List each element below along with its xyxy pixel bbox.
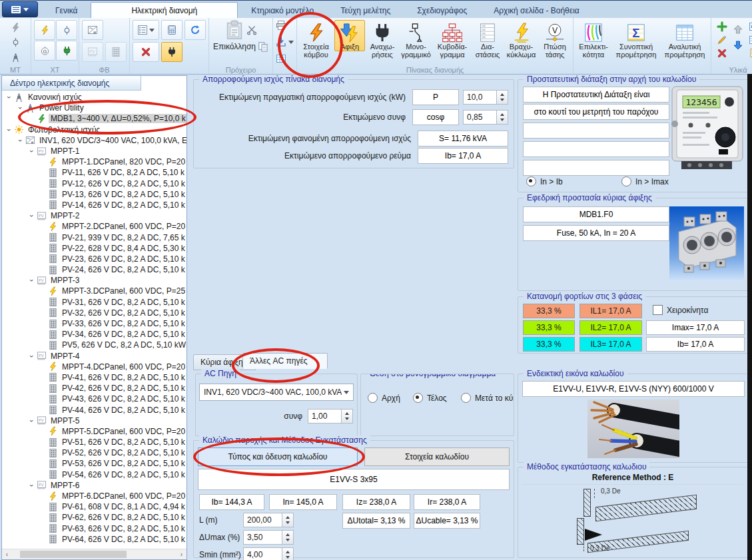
smin-spinner[interactable]: 4,00 — [243, 547, 294, 560]
tree-item[interactable]: › MPPT-5.DCPanel, 600 VDC, P=20 — [2, 426, 187, 437]
tree-expander-icon[interactable]: › — [27, 352, 37, 360]
checkbox-icon[interactable] — [653, 305, 663, 315]
manual-checkbox[interactable]: Χειροκίνητα — [653, 305, 708, 315]
green-plug-button[interactable] — [56, 41, 77, 61]
calculator-button[interactable] — [161, 20, 183, 40]
pv-panel-button[interactable] — [105, 42, 127, 62]
tree-item[interactable]: › PV-21, 939 V DC, 8,2 A DC, 7,65 k — [2, 232, 187, 242]
connect-plug-button[interactable] — [161, 42, 183, 62]
dumax-spinner[interactable]: 3,50 — [243, 530, 294, 545]
tree-item[interactable]: › MPPT-4 — [2, 351, 187, 362]
tree-panel-tab[interactable]: Δέντρο ηλεκτρικής διανομής — [2, 76, 141, 91]
tree-expander-icon[interactable]: › — [27, 212, 37, 220]
tree-item[interactable]: › PV-52, 626 V DC, 8,2 A DC, 5,10 k — [2, 447, 187, 458]
cosf-source-spinner[interactable]: 1,00 — [308, 409, 353, 423]
cable-type-routing-button[interactable]: Τύπος και όδευση καλωδίου — [198, 447, 358, 466]
tree-item[interactable]: › PV-33, 626 V DC, 8,2 A DC, 5,10 k — [2, 318, 187, 329]
radio-start[interactable]: Αρχή — [368, 393, 400, 403]
tree-item[interactable]: › PV-54, 626 V DC, 8,2 A DC, 5,10 k — [2, 469, 187, 480]
tree-item[interactable]: › PV-43, 626 V DC, 8,2 A DC, 5,10 k — [2, 394, 187, 404]
power-spinner[interactable]: 10,0 — [463, 90, 508, 105]
tree-item[interactable]: › PV-51, 626 V DC, 8,2 A DC, 5,10 k — [2, 437, 187, 447]
remove-icon[interactable] — [717, 48, 727, 59]
cut-scissors-icon[interactable] — [246, 25, 257, 35]
tree-item[interactable]: › PV-23, 626 V DC, 8,2 A DC, 5,10 k — [2, 254, 187, 264]
radio-icon[interactable] — [621, 176, 631, 186]
tree-item[interactable]: › MPPT-6 — [2, 480, 187, 491]
tab-other-ac-sources[interactable]: Άλλες AC πηγές — [242, 353, 328, 369]
cable-data-button[interactable]: Στοιχεία καλωδίου — [364, 447, 510, 466]
tree-item[interactable]: › Κανονική ισχύς — [2, 92, 187, 103]
lv-feeder-button[interactable] — [34, 20, 55, 40]
block-diagram-button[interactable]: Κυβοδία-γραμμα — [434, 20, 470, 59]
tree-item[interactable]: › MPPT-4.DCPanel, 600 VDC, P=20 — [2, 362, 187, 372]
tree-item[interactable]: › MPPT-1 — [2, 146, 187, 156]
tree-item[interactable]: › MPPT-2.DCPanel, 600 VDC, P=20 — [2, 221, 187, 232]
tree-item[interactable]: › MPPT-6.DCPanel, 600 VDC, P=20 — [2, 491, 187, 501]
radio-in-gt-ib[interactable]: In > Ib — [526, 176, 563, 186]
move-down-icon[interactable] — [733, 40, 743, 51]
tree-expander-icon[interactable]: › — [5, 93, 14, 101]
detailed-boq-button[interactable]: Αναλυτικήπρομέτρηση — [661, 20, 708, 59]
radio-icon[interactable] — [413, 393, 423, 403]
paste-icon[interactable] — [224, 20, 244, 40]
tree-item[interactable]: › MPPT-1.DCPanel, 820 VDC, P=20 — [2, 156, 187, 167]
tree-expander-icon[interactable]: › — [27, 481, 37, 489]
ribbon-tab[interactable]: Τεύχη μελέτης — [327, 3, 404, 18]
export-icon[interactable] — [276, 37, 286, 47]
ribbon-tab[interactable]: Ηλεκτρική διανομή — [91, 2, 238, 18]
radio-icon[interactable] — [368, 393, 378, 403]
spinner-arrows[interactable] — [282, 513, 294, 527]
ribbon-tab[interactable]: Σχεδιογράφος — [404, 3, 480, 18]
tree-item[interactable]: › PV-41, 626 V DC, 8,2 A DC, 5,10 k — [2, 372, 187, 383]
ribbon-tab[interactable]: Αρχική σελίδα - Βοήθεια — [480, 3, 592, 18]
paste-label[interactable]: Επικόλληση — [213, 42, 256, 51]
move-up-icon[interactable] — [733, 24, 743, 35]
tree-item[interactable]: › PV-64, 626 V DC, 8,2 A DC, 5,10 k — [2, 534, 187, 545]
tree-item[interactable]: › PV-53, 626 V DC, 8,2 A DC, 5,10 k — [2, 458, 187, 469]
tree-expander-icon[interactable]: › — [16, 137, 25, 144]
dimensions-button[interactable]: Δια-στάσεις — [472, 20, 503, 59]
spinner-arrows[interactable] — [497, 90, 508, 105]
scroll-right-arrow[interactable]: › — [177, 551, 187, 558]
tree-item[interactable]: › PV-62, 626 V DC, 8,2 A DC, 5,10 k — [2, 512, 187, 523]
table-icon[interactable] — [276, 53, 286, 64]
short-circuit-button[interactable]: Βραχυ-κύκλωμα — [505, 20, 538, 59]
tree-item[interactable]: › MPPT-5 — [2, 416, 187, 426]
tree-item[interactable]: › PV-11, 626 V DC, 8,2 A DC, 5,10 k — [2, 167, 187, 178]
table-form-icon[interactable] — [749, 35, 752, 45]
single-line-button[interactable]: Μονο-γραμμικό — [400, 20, 432, 59]
tree-item[interactable]: › Φωτοβολταική ισχύς — [2, 125, 187, 135]
radio-icon[interactable] — [461, 393, 471, 403]
summary-boq-button[interactable]: Συνοπτικήπρομέτρηση — [613, 20, 659, 59]
tree-item[interactable]: › PV-14, 626 V DC, 8,2 A DC, 5,10 k — [2, 200, 187, 210]
tree-item[interactable]: › PV-12, 626 V DC, 8,2 A DC, 5,10 k — [2, 178, 187, 189]
selectivity-button[interactable]: Επιλεκτι-κότητα — [576, 20, 611, 59]
spinner-arrows[interactable] — [282, 547, 294, 560]
spinner-arrows[interactable] — [342, 409, 353, 423]
tree-item[interactable]: › MDB1, 3~400 V, ΔU=0,52%, P=10,0 k — [2, 113, 187, 124]
tree-item[interactable]: › PV-34, 626 V DC, 8,2 A DC, 5,10 k — [2, 329, 187, 340]
tree-item[interactable]: › PV-61, 608 V DC, 8,1 A DC, 4,94 k — [2, 501, 187, 512]
lv-breaker-button[interactable] — [56, 20, 77, 40]
radio-icon[interactable] — [526, 176, 536, 186]
voltage-drop-button[interactable]: Πτώσητάσης — [540, 20, 570, 59]
edit-pencil-icon[interactable] — [717, 35, 727, 45]
inverter-button[interactable] — [82, 20, 103, 40]
tree-item[interactable]: › PV-44, 626 V DC, 8,2 A DC, 5,10 k — [2, 404, 187, 415]
tree-expander-icon[interactable]: › — [16, 104, 25, 112]
copy-icon[interactable] — [258, 41, 268, 52]
tree-item[interactable]: › PV-13, 626 V DC, 8,2 A DC, 5,10 k — [2, 189, 187, 200]
radio-end[interactable]: Τέλος — [413, 393, 447, 403]
tree-item[interactable]: › MPPT-2 — [2, 210, 187, 221]
ribbon-tab[interactable]: Γενικά — [42, 3, 91, 18]
spinner-arrows[interactable] — [497, 110, 508, 125]
tree-item[interactable]: › PV-63, 626 V DC, 8,2 A DC, 5,10 k — [2, 523, 187, 534]
list-dropdown-button[interactable] — [133, 20, 159, 40]
tree-expander-icon[interactable]: › — [5, 126, 14, 134]
note-hand-icon[interactable] — [749, 48, 752, 59]
cosf-spinner[interactable]: 0,85 — [463, 110, 508, 125]
ac-source-dropdown[interactable]: INV1, 620 VDC/3~400 VAC, 100,0 kVA — [199, 384, 354, 401]
tree-item[interactable]: › Power Utility — [2, 103, 187, 113]
generator-button[interactable] — [34, 41, 55, 61]
